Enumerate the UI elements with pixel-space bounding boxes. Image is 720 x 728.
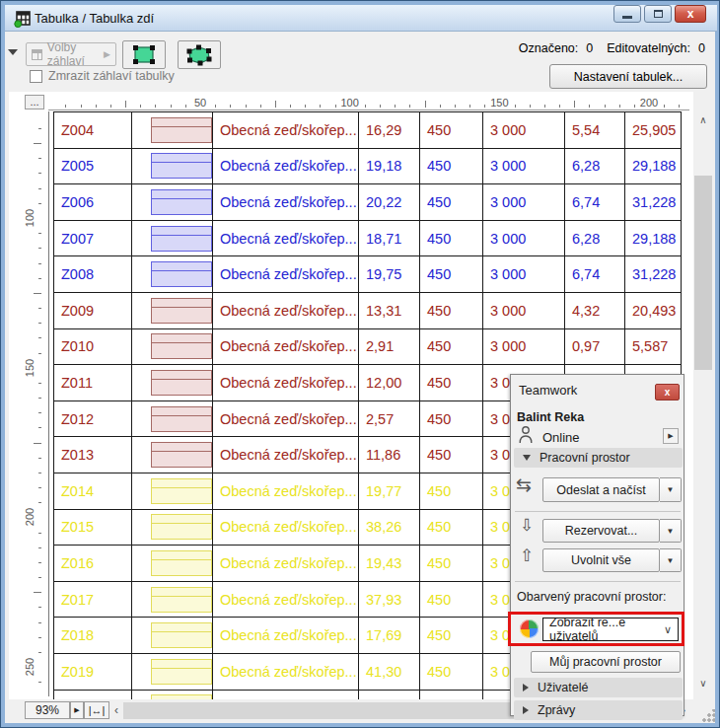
ruler-tick (171, 105, 172, 108)
scroll-down-icon[interactable]: ∨ (693, 675, 713, 692)
ruler-tick (38, 533, 41, 534)
scheme-settings-button[interactable]: Nastavení tabulek... (549, 64, 707, 89)
palette-close-button[interactable]: x (655, 384, 680, 400)
ruler-tick (380, 105, 381, 108)
colored-workspace-icon (520, 619, 539, 638)
ruler-tick (38, 248, 41, 249)
send-receive-icon: ⇆ (516, 473, 532, 495)
minimize-button[interactable] (613, 5, 641, 23)
ruler-tick (409, 105, 410, 108)
swatch-skin-line (152, 451, 211, 452)
wall-value-cell: 20,22 (359, 184, 420, 220)
wall-value-cell: 37,93 (359, 582, 420, 618)
table-left-guide (48, 111, 49, 696)
resize-grip[interactable] (701, 709, 715, 723)
title-bar[interactable]: Tabulka / Tabulka zdí (5, 5, 717, 32)
marquee-single-button[interactable] (122, 40, 166, 69)
release-all-dropdown[interactable]: ▼ (660, 548, 682, 572)
wall-name-cell: Obecná zeď/skořep... (213, 437, 359, 473)
wall-value-cell: 450 (420, 365, 483, 400)
table-row[interactable]: Z010Obecná zeď/skořep...2,914503 0000,97… (54, 329, 682, 366)
selected-count: 0 (586, 41, 593, 55)
swatch-skin-line (152, 523, 211, 524)
users-section-header[interactable]: Uživatelé (514, 678, 683, 697)
selected-label: Označeno: (519, 41, 578, 55)
wall-name-cell: Obecná zeď/skořep... (213, 618, 359, 653)
wall-fill-swatch (151, 478, 212, 504)
wall-name-cell: Obecná zeď/skořep... (213, 256, 359, 292)
send-receive-dropdown[interactable]: ▼ (660, 477, 682, 502)
ruler-corner-button[interactable]: ... (25, 95, 44, 109)
header-options-button[interactable]: Volby záhlaví ▶ (26, 42, 116, 66)
wall-value-cell: 3 000 (483, 293, 565, 328)
fit-width-button[interactable]: |↔| (84, 701, 109, 719)
wall-id-cell: Z007 (54, 221, 132, 256)
freeze-header-checkbox-row[interactable]: Zmrazit záhlaví tabulky (30, 69, 175, 83)
reserve-button[interactable]: Rezervovat... (542, 519, 660, 543)
ruler-tick (38, 502, 41, 503)
flyout-right-icon: ▶ (668, 432, 673, 440)
colored-workspace-select[interactable]: Zobrazit re...e uživatelů ∨ (542, 618, 679, 641)
my-workspace-button[interactable]: Můj pracovní prostor (531, 651, 681, 673)
separator (515, 511, 681, 512)
zoom-level-button[interactable]: 93% (25, 701, 70, 719)
zoom-menu-button[interactable]: ▶ (70, 701, 84, 719)
close-button[interactable]: x (675, 5, 706, 23)
maximize-button[interactable] (644, 5, 672, 23)
ruler-tick (38, 233, 41, 234)
table-header-icon (32, 49, 42, 60)
ruler-tick (530, 105, 531, 108)
messages-section-header[interactable]: Zprávy (514, 700, 683, 720)
user-status: Online (542, 430, 580, 445)
swatch-skin-line (152, 631, 211, 632)
release-all-button[interactable]: Uvolnit vše (542, 548, 660, 572)
wall-name-cell: Obecná zeď/skořep... (213, 654, 359, 690)
header-options-label: Volby záhlaví (47, 40, 99, 68)
send-receive-button[interactable]: Odeslat a načíst (542, 477, 660, 502)
ruler-tick (38, 308, 41, 309)
wall-id-cell: Z006 (54, 184, 132, 220)
wall-id-cell: Z009 (54, 293, 132, 328)
ruler-tick (38, 337, 41, 338)
freeze-header-checkbox[interactable] (30, 70, 42, 83)
horizontal-ruler: 50100150200 (48, 95, 689, 110)
wall-value-cell: 450 (420, 473, 483, 509)
panel-collapse-icon[interactable] (8, 49, 18, 55)
table-row[interactable]: Z005Obecná zeď/skořep...19,184503 0006,2… (54, 149, 682, 185)
wall-value-cell: 31,228 (625, 184, 682, 220)
wall-value-cell: 25,905 (625, 112, 682, 148)
wall-swatch-cell (132, 365, 213, 400)
wall-value-cell: 19,43 (359, 546, 420, 581)
wall-id-cell: Z011 (54, 365, 132, 400)
scroll-up-icon[interactable]: ∧ (693, 111, 713, 128)
chevron-down-icon: ∨ (664, 623, 672, 636)
ruler-tick (38, 682, 41, 683)
table-row[interactable]: Z004Obecná zeď/skořep...16,294503 0005,5… (54, 112, 682, 149)
reserve-dropdown[interactable]: ▼ (660, 519, 682, 543)
ruler-tick (38, 398, 41, 399)
ruler-tick (81, 105, 82, 108)
table-row[interactable]: Z006Obecná zeď/skořep...20,224503 0006,7… (54, 184, 682, 221)
separator (515, 581, 681, 582)
vertical-scrollbar-thumb[interactable] (694, 176, 712, 370)
marquee-multi-button[interactable] (178, 40, 221, 69)
workspace-section-header[interactable]: Pracovní prostor (514, 448, 683, 468)
swatch-skin-line (152, 126, 211, 127)
ruler-tick (38, 622, 41, 623)
wall-value-cell: 450 (420, 546, 483, 581)
swatch-skin-line (152, 487, 211, 488)
wall-id-cell: Z004 (54, 112, 132, 148)
vertical-scrollbar[interactable]: ∧ ∨ (693, 111, 713, 692)
ruler-tick (605, 105, 606, 108)
wall-value-cell: 450 (420, 256, 483, 292)
selection-counters: Označeno: 0 Editovatelných: 0 (519, 41, 705, 55)
table-row[interactable]: Z007Obecná zeď/skořep...18,714503 0006,2… (54, 221, 682, 257)
table-row[interactable]: Z008Obecná zeď/skořep...19,754503 0006,7… (54, 256, 682, 293)
status-flyout-button[interactable]: ▶ (663, 428, 679, 444)
scroll-left-icon[interactable]: ‹ (109, 703, 123, 717)
ruler-tick (38, 427, 41, 428)
fit-width-icon: |↔| (89, 704, 106, 716)
table-row[interactable]: Z009Obecná zeď/skořep...13,314503 0004,3… (54, 293, 682, 329)
release-all-label: Uvolnit vše (571, 553, 631, 567)
scheme-settings-label: Nastavení tabulek... (574, 70, 683, 84)
